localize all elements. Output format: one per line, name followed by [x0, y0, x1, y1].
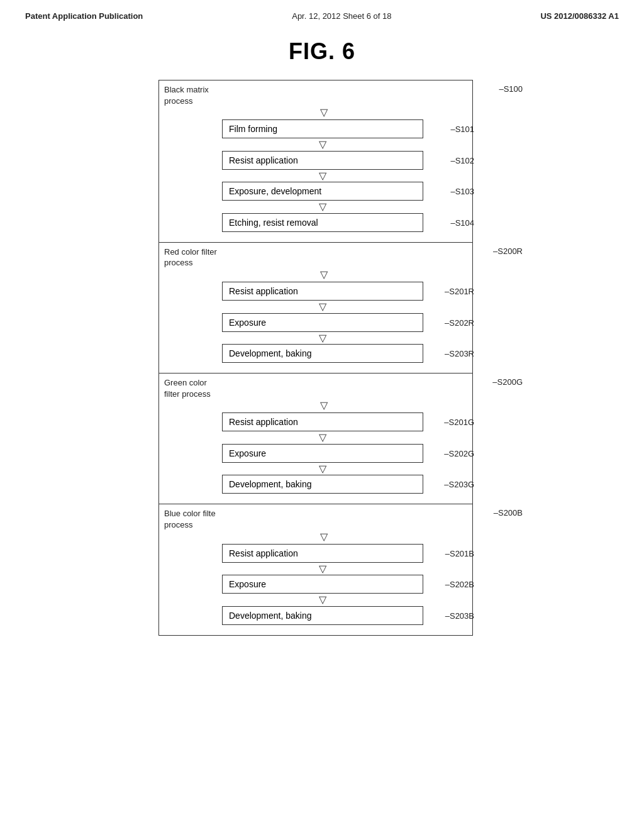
step-ref-s203g: –S203G — [444, 480, 474, 489]
section-black-matrix: –S100Black matrix process▽Film forming–S… — [159, 80, 472, 243]
header-left: Patent Application Publication — [25, 11, 143, 21]
diagram: –S100Black matrix process▽Film forming–S… — [121, 80, 523, 636]
figure-title: FIG. 6 — [0, 38, 644, 65]
section-label-black-matrix: Black matrix process — [164, 84, 221, 106]
step-s103: Exposure, development–S103 — [222, 182, 423, 201]
step-arrow: ▽ — [319, 333, 326, 344]
section-label-blue-color-filter: Blue color filte process — [164, 508, 221, 530]
page-header: Patent Application Publication Apr. 12, … — [0, 0, 644, 27]
step-s203r: Development, baking–S203R — [222, 344, 423, 363]
step-ref-s203b: –S203B — [445, 611, 474, 620]
step-ref-s201g: –S201G — [444, 418, 474, 427]
step-arrow: ▽ — [319, 563, 326, 575]
step-s202g: Exposure–S202G — [222, 444, 423, 463]
section-ref-red-color-filter: –S200R — [493, 246, 523, 256]
step-s201r: Resist application–S201R — [222, 282, 423, 301]
step-arrow: ▽ — [319, 201, 326, 213]
main-flowchart-box: –S100Black matrix process▽Film forming–S… — [158, 80, 473, 636]
section-entry-arrow: ▽ — [320, 268, 472, 280]
step-arrow: ▽ — [319, 139, 326, 150]
section-red-color-filter: –S200RRed color filter process▽Resist ap… — [159, 243, 472, 374]
section-ref-black-matrix: –S100 — [499, 84, 523, 94]
step-arrow: ▽ — [319, 594, 326, 606]
step-ref-s201b: –S201B — [445, 548, 474, 558]
section-blue-color-filter: –S200BBlue color filte process▽Resist ap… — [159, 504, 472, 634]
step-s201g: Resist application–S201G — [222, 412, 423, 431]
step-s104: Etching, resist removal–S104 — [222, 213, 423, 232]
step-ref-s201r: –S201R — [445, 286, 474, 296]
step-s101: Film forming–S101 — [222, 119, 423, 138]
step-arrow: ▽ — [319, 170, 326, 182]
step-ref-s104: –S104 — [450, 218, 474, 227]
step-ref-s202r: –S202R — [445, 318, 474, 327]
step-s203b: Development, baking–S203B — [222, 606, 423, 625]
step-s201b: Resist application–S201B — [222, 544, 423, 563]
step-arrow: ▽ — [319, 463, 326, 475]
step-s102: Resist application–S102 — [222, 151, 423, 170]
step-ref-s202b: –S202B — [445, 580, 474, 589]
section-label-green-color-filter: Green color filter process — [164, 377, 221, 399]
section-entry-arrow: ▽ — [320, 399, 472, 411]
header-center: Apr. 12, 2012 Sheet 6 of 18 — [292, 11, 391, 21]
section-entry-arrow: ▽ — [320, 531, 472, 543]
step-ref-s102: –S102 — [450, 155, 474, 165]
step-s202r: Exposure–S202R — [222, 313, 423, 332]
step-ref-s202g: –S202G — [444, 448, 474, 458]
step-s202b: Exposure–S202B — [222, 575, 423, 594]
step-s203g: Development, baking–S203G — [222, 475, 423, 494]
step-ref-s101: –S101 — [450, 124, 474, 134]
section-ref-blue-color-filter: –S200B — [494, 508, 523, 517]
section-entry-arrow: ▽ — [320, 106, 472, 118]
section-green-color-filter: –S200GGreen color filter process▽Resist … — [159, 374, 472, 504]
step-ref-s203r: –S203R — [445, 349, 474, 358]
step-ref-s103: –S103 — [450, 187, 474, 196]
section-ref-green-color-filter: –S200G — [492, 377, 523, 387]
section-label-red-color-filter: Red color filter process — [164, 246, 221, 268]
header-right: US 2012/0086332 A1 — [540, 11, 619, 21]
step-arrow: ▽ — [319, 432, 326, 443]
step-arrow: ▽ — [319, 301, 326, 313]
